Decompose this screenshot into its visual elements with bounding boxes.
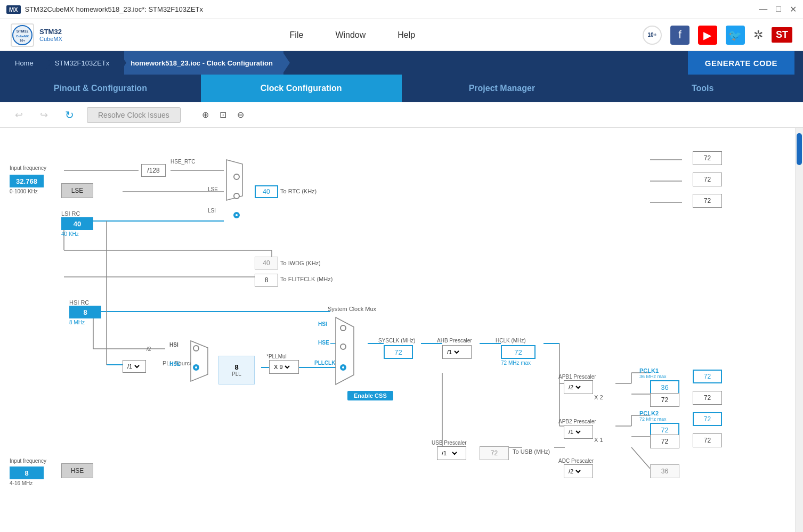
adc-select[interactable]: /2/4/6/8 [564, 464, 593, 478]
logo: STM32 CubeMX 10+ STM32 CubeMX [11, 23, 62, 47]
apb2-select[interactable]: /1/2 [564, 425, 593, 439]
pll-box: 8 PLL [218, 356, 255, 384]
svg-text:10+: 10+ [20, 39, 26, 42]
hse-rtc-label: HSE_RTC [171, 159, 196, 165]
window-title: STM32CubeMX homework518_23.ioc*: STM32F1… [25, 5, 204, 13]
scrollbar[interactable] [796, 128, 803, 532]
pll-mux-hse-radio[interactable] [193, 364, 199, 371]
lsi-mux-label: LSI [208, 208, 216, 214]
x2-val[interactable]: 72 [650, 393, 679, 407]
zoom-in-button[interactable]: ⊕ [200, 108, 211, 122]
pclk2-label: PCLK2 [639, 410, 659, 416]
pll-mux-hsi-radio[interactable] [193, 345, 199, 351]
generate-code-button[interactable]: GENERATE CODE [688, 51, 794, 75]
twitter-icon[interactable]: 🐦 [726, 26, 745, 45]
pll-val[interactable]: 8 [234, 363, 238, 371]
out-val-2: 72 [693, 173, 722, 186]
usb-val: 72 [480, 446, 509, 460]
usb-label: USB Prescaler [432, 440, 467, 446]
x1-val[interactable]: 72 [650, 435, 679, 448]
pllclk-mux-label: PLLCLK [314, 360, 335, 366]
pll-mul-select[interactable]: X 9X 2X 3X 4 [269, 360, 299, 374]
apb1-select-input[interactable]: /2/1/4 [566, 383, 582, 391]
adc-select-input[interactable]: /2/4/6/8 [566, 468, 582, 475]
youtube-icon[interactable]: ▶ [698, 26, 717, 45]
input-freq-top-value[interactable]: 32.768 [10, 175, 44, 187]
svg-text:CubeMX: CubeMX [16, 35, 29, 38]
breadcrumb-home[interactable]: Home [9, 51, 44, 75]
hclk-val[interactable]: 72 [501, 345, 536, 359]
hse-mux-label: HSE [318, 340, 329, 346]
rtc-mux-lsi-radio[interactable] [233, 212, 240, 218]
hsi-div2-label: /2 [147, 346, 151, 352]
menu-bar: STM32 CubeMX 10+ STM32 CubeMX File Windo… [0, 19, 803, 51]
zoom-fit-button[interactable]: ⊡ [217, 108, 229, 122]
hsi-val-box[interactable]: 8 [69, 306, 101, 318]
logo-text-line2: CubeMX [39, 36, 62, 42]
x1-label: X 1 [594, 437, 603, 443]
tab-bar: Pinout & Configuration Clock Configurati… [0, 75, 803, 102]
redo-button[interactable]: ↪ [36, 107, 52, 123]
input-range-bot: 4-16 MHz [10, 480, 33, 486]
out-val-4: 72 [693, 370, 722, 383]
adc-val: 36 [650, 464, 679, 478]
tab-pinout[interactable]: Pinout & Configuration [0, 75, 201, 102]
input-freq-bot-value[interactable]: 8 [10, 466, 44, 479]
sysclk-label: SYSCLK (MHz) [378, 338, 415, 343]
apb1-label: APB1 Prescaler [558, 374, 596, 380]
minimize-button[interactable]: — [759, 4, 767, 14]
network-icon[interactable]: ✲ [753, 28, 763, 42]
tab-project[interactable]: Project Manager [402, 75, 603, 102]
ahb-select[interactable]: /1/2/4 [442, 345, 472, 359]
flit-label: To FLITFCLK (MHz) [280, 276, 332, 282]
st-logo: ST [772, 27, 792, 43]
tab-tools[interactable]: Tools [602, 75, 803, 102]
usb-to-label: To USB (MHz) [513, 448, 550, 455]
usb-select[interactable]: /11.5 [437, 446, 466, 460]
hclk-max: 72 MHz max [501, 360, 531, 366]
clock-diagram: Input frequency 32.768 0-1000 KHz LSE /1… [0, 128, 803, 532]
sys-mux-pll-radio[interactable] [340, 364, 346, 371]
breadcrumb-config[interactable]: homework518_23.ioc - Clock Configuration [124, 51, 283, 75]
rtc-label: To RTC (KHz) [280, 188, 317, 194]
menu-file[interactable]: File [290, 30, 304, 40]
pll-hsi-label: HSI [169, 342, 179, 348]
pclk1-val[interactable]: 36 [650, 380, 679, 394]
refresh-button[interactable]: ↻ [61, 107, 78, 124]
svg-text:STM32: STM32 [17, 29, 29, 33]
input-freq-bot-label: Input frequency [10, 458, 46, 464]
apb2-select-input[interactable]: /1/2 [566, 428, 582, 436]
rtc-mux-hse-radio[interactable] [233, 174, 240, 180]
zoom-out-button[interactable]: ⊖ [235, 108, 246, 122]
menu-help[interactable]: Help [398, 30, 415, 40]
pll-mul-select-input[interactable]: X 9X 2X 3X 4 [272, 363, 291, 371]
sys-mux-hse-radio[interactable] [340, 343, 346, 350]
hsi-rc-label: HSI RC [69, 299, 89, 306]
rtc-val-box[interactable]: 40 [255, 185, 278, 198]
apb1-select[interactable]: /2/1/4 [564, 380, 593, 394]
resolve-clock-button[interactable]: Resolve Clock Issues [87, 107, 181, 123]
rtc-mux-lse-radio[interactable] [233, 193, 240, 199]
tab-clock[interactable]: Clock Configuration [201, 75, 402, 102]
lse-mux-label: LSE [208, 186, 218, 192]
sys-mux-hsi-radio[interactable] [340, 325, 346, 331]
hse-div1-select-input[interactable]: /1/2 [125, 363, 141, 370]
scrollbar-thumb[interactable] [797, 133, 802, 165]
enable-css-button[interactable]: Enable CSS [347, 391, 393, 400]
undo-button[interactable]: ↩ [11, 107, 27, 123]
usb-select-input[interactable]: /11.5 [440, 449, 459, 457]
pclk1-max: 36 MHz max [639, 374, 667, 379]
lsi-val-box[interactable]: 40 [61, 217, 93, 230]
flit-val-box[interactable]: 8 [255, 274, 278, 287]
facebook-icon[interactable]: f [670, 26, 690, 45]
out-val-5: 72 [693, 391, 722, 405]
ahb-select-input[interactable]: /1/2/4 [445, 348, 461, 356]
hse-div1-select[interactable]: /1/2 [123, 360, 146, 373]
sysclk-val[interactable]: 72 [384, 345, 413, 359]
menu-window[interactable]: Window [335, 30, 366, 40]
hclk-label: HCLK (MHz) [496, 338, 526, 343]
maximize-button[interactable]: □ [776, 4, 781, 14]
breadcrumb-device[interactable]: STM32F103ZETx [48, 51, 120, 75]
lsi-rc-label: LSI RC [61, 210, 80, 217]
close-button[interactable]: ✕ [790, 4, 797, 14]
